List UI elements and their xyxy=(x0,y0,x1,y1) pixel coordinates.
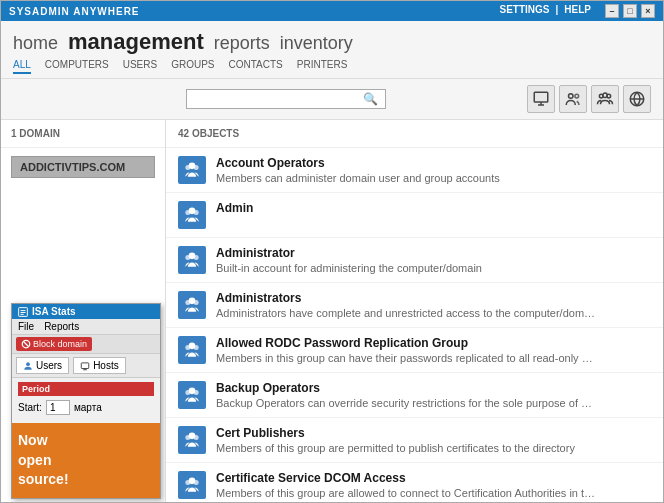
item-desc: Members in this group can have their pas… xyxy=(216,352,596,364)
search-icon[interactable]: 🔍 xyxy=(363,92,378,106)
popup-form: Period Start: марта xyxy=(12,378,160,423)
main-nav: home management reports inventory xyxy=(13,29,651,55)
minimize-button[interactable]: – xyxy=(605,4,619,18)
domain-item[interactable]: ADDICTIVTIPS.COM xyxy=(11,156,155,178)
sub-nav: ALLCOMPUTERSUSERSGROUPSCONTACTSPRINTERS xyxy=(13,59,651,78)
nav-reports[interactable]: reports xyxy=(214,33,270,54)
svg-point-42 xyxy=(194,480,199,485)
restore-button[interactable]: □ xyxy=(623,4,637,18)
sub-nav-item-all[interactable]: ALL xyxy=(13,59,31,74)
item-name: Backup Operators xyxy=(216,381,651,395)
start-field-row: Start: марта xyxy=(18,400,154,415)
title-bar: SYSADMIN ANYWHERE SETTINGS | HELP – □ × xyxy=(1,1,663,21)
popup-title-bar: ISA Stats xyxy=(12,304,160,319)
item-icon xyxy=(178,156,206,184)
svg-point-39 xyxy=(194,435,199,440)
sub-nav-item-printers[interactable]: PRINTERS xyxy=(297,59,348,74)
list-item[interactable]: Admin xyxy=(166,193,663,238)
svg-point-7 xyxy=(603,93,608,98)
right-panel: 42 OBJECTS Account Operators Members can… xyxy=(166,120,663,503)
item-desc: Members of this group are permitted to p… xyxy=(216,442,596,454)
list-item[interactable]: Account Operators Members can administer… xyxy=(166,148,663,193)
svg-point-38 xyxy=(185,435,190,440)
svg-rect-16 xyxy=(81,363,89,369)
item-text: Backup Operators Backup Operators can ov… xyxy=(216,381,651,409)
item-text: Administrator Built-in account for admin… xyxy=(216,246,651,274)
item-text: Admin xyxy=(216,201,651,217)
sub-nav-item-users[interactable]: USERS xyxy=(123,59,157,74)
item-icon xyxy=(178,381,206,409)
popup-menu-file[interactable]: File xyxy=(18,321,34,332)
popup-menu-bar: File Reports xyxy=(12,319,160,335)
svg-point-29 xyxy=(185,300,190,305)
sub-nav-item-contacts[interactable]: CONTACTS xyxy=(229,59,283,74)
popup-window: ISA Stats File Reports Block domain User… xyxy=(11,303,161,499)
toolbar-icons xyxy=(527,85,651,113)
item-icon xyxy=(178,246,206,274)
monitor-icon-button[interactable] xyxy=(527,85,555,113)
svg-point-35 xyxy=(185,390,190,395)
promo-line1: Now xyxy=(18,431,154,451)
objects-count: 42 OBJECTS xyxy=(166,120,663,148)
svg-point-30 xyxy=(194,300,199,305)
block-domain-label: Block domain xyxy=(33,339,87,349)
svg-point-4 xyxy=(575,94,579,98)
item-icon xyxy=(178,471,206,499)
item-name: Allowed RODC Password Replication Group xyxy=(216,336,651,350)
item-name: Certificate Service DCOM Access xyxy=(216,471,651,485)
svg-rect-10 xyxy=(21,310,26,311)
popup-toolbar: Block domain xyxy=(12,335,160,354)
item-text: Certificate Service DCOM Access Members … xyxy=(216,471,651,499)
svg-point-23 xyxy=(185,210,190,215)
nav-home[interactable]: home xyxy=(13,33,58,54)
list-item[interactable]: Backup Operators Backup Operators can ov… xyxy=(166,373,663,418)
sub-nav-item-computers[interactable]: COMPUTERS xyxy=(45,59,109,74)
title-separator: | xyxy=(556,4,559,18)
popup-tab-users[interactable]: Users xyxy=(16,357,69,374)
item-name: Administrator xyxy=(216,246,651,260)
block-domain-button[interactable]: Block domain xyxy=(16,337,92,351)
item-text: Cert Publishers Members of this group ar… xyxy=(216,426,651,454)
search-box: 🔍 xyxy=(186,89,386,109)
users-icon-button[interactable] xyxy=(559,85,587,113)
item-desc: Administrators have complete and unrestr… xyxy=(216,307,596,319)
popup-tab-hosts[interactable]: Hosts xyxy=(73,357,126,374)
list-item[interactable]: Cert Publishers Members of this group ar… xyxy=(166,418,663,463)
item-text: Allowed RODC Password Replication Group … xyxy=(216,336,651,364)
svg-point-27 xyxy=(194,255,199,260)
item-desc: Members of this group are allowed to con… xyxy=(216,487,596,499)
svg-point-15 xyxy=(26,362,30,366)
nav-management[interactable]: management xyxy=(68,29,204,55)
popup-menu-reports[interactable]: Reports xyxy=(44,321,79,332)
help-link[interactable]: HELP xyxy=(564,4,591,18)
nav-inventory[interactable]: inventory xyxy=(280,33,353,54)
item-name: Administrators xyxy=(216,291,651,305)
close-button[interactable]: × xyxy=(641,4,655,18)
settings-link[interactable]: SETTINGS xyxy=(500,4,550,18)
list-item[interactable]: Administrators Administrators have compl… xyxy=(166,283,663,328)
app-name: SYSADMIN ANYWHERE xyxy=(9,6,140,17)
main-content: 1 DOMAIN ADDICTIVTIPS.COM ISA Stats File… xyxy=(1,120,663,503)
popup-tabs: Users Hosts xyxy=(12,354,160,378)
item-text: Account Operators Members can administer… xyxy=(216,156,651,184)
list-item[interactable]: Administrator Built-in account for admin… xyxy=(166,238,663,283)
popup-tab-users-label: Users xyxy=(36,360,62,371)
search-input[interactable] xyxy=(193,93,363,105)
item-desc: Backup Operators can override security r… xyxy=(216,397,596,409)
item-icon xyxy=(178,426,206,454)
svg-point-20 xyxy=(185,165,190,170)
item-icon xyxy=(178,291,206,319)
list-item[interactable]: Allowed RODC Password Replication Group … xyxy=(166,328,663,373)
title-bar-right: SETTINGS | HELP – □ × xyxy=(500,4,656,18)
group-icon-button[interactable] xyxy=(591,85,619,113)
item-desc: Built-in account for administering the c… xyxy=(216,262,596,274)
list-item[interactable]: Certificate Service DCOM Access Members … xyxy=(166,463,663,503)
start-value-input[interactable] xyxy=(46,400,70,415)
svg-rect-11 xyxy=(21,312,26,313)
sub-nav-item-groups[interactable]: GROUPS xyxy=(171,59,214,74)
item-desc: Members can administer domain user and g… xyxy=(216,172,596,184)
svg-point-24 xyxy=(194,210,199,215)
item-icon xyxy=(178,201,206,229)
globe-icon-button[interactable] xyxy=(623,85,651,113)
nav-area: home management reports inventory ALLCOM… xyxy=(1,21,663,79)
